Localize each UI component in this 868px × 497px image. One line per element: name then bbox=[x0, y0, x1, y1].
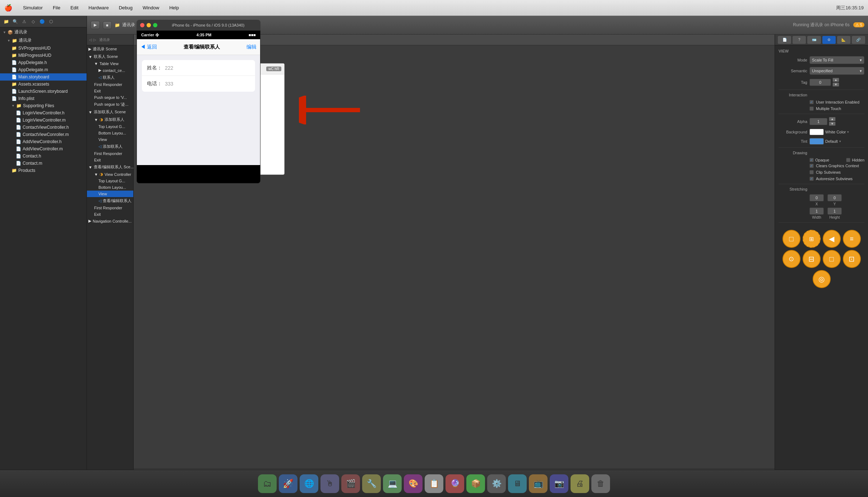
dock-keynote-icon[interactable]: 🔮 bbox=[445, 474, 464, 493]
inspector-tab-identity[interactable]: 🪪 bbox=[807, 36, 821, 44]
nav-contact-m[interactable]: 📄 Contact.m bbox=[0, 160, 87, 167]
tag-decrement-btn[interactable]: ▼ bbox=[832, 82, 839, 87]
alpha-decrement-btn[interactable]: ▼ bbox=[829, 122, 836, 126]
outline-nav-controller[interactable]: ▶ Navigation Controlle... bbox=[87, 218, 133, 224]
outline-exit-3[interactable]: Exit bbox=[87, 211, 133, 218]
warning-icon[interactable]: ⚠ bbox=[20, 18, 28, 26]
insp-semantic-dropdown[interactable]: Unspecified ▾ bbox=[809, 67, 864, 75]
dock-sketch-icon[interactable]: 🎨 bbox=[404, 474, 423, 493]
outline-add-vc[interactable]: ▼◑ 添加联系人 bbox=[87, 116, 133, 123]
breakpoint-icon[interactable]: ⬡ bbox=[47, 18, 55, 26]
outline-view-edit-label[interactable]: ◁ 查看/编辑联系人 bbox=[87, 197, 133, 205]
outline-exit-1[interactable]: Exit bbox=[87, 88, 133, 94]
outline-first-responder-2[interactable]: First Responder bbox=[87, 150, 133, 157]
stop-button[interactable]: ■ bbox=[103, 21, 112, 29]
insp-tag-input[interactable] bbox=[809, 79, 831, 86]
outline-lianxiren-label[interactable]: ◁ 联系人 bbox=[87, 74, 133, 81]
insp-tag-stepper[interactable]: ▲ ▼ bbox=[809, 78, 839, 87]
sim-close-button[interactable] bbox=[140, 23, 144, 27]
insp-semantic-control[interactable]: Unspecified ▾ bbox=[809, 67, 864, 75]
tint-color-swatch[interactable] bbox=[809, 138, 824, 145]
inspector-tab-attributes[interactable]: ⚙ bbox=[822, 36, 836, 44]
dock-mouse-icon[interactable]: 🖱 bbox=[320, 474, 339, 493]
sim-minimize-button[interactable] bbox=[147, 23, 151, 27]
menu-simulator[interactable]: Simulator bbox=[21, 4, 45, 11]
outline-bottom-layout[interactable]: Bottom Layou... bbox=[87, 184, 133, 191]
lib-icon-4[interactable]: ≡ bbox=[843, 230, 861, 248]
outline-first-responder-3[interactable]: First Responder bbox=[87, 205, 133, 211]
dock-tools-icon[interactable]: 🔧 bbox=[362, 474, 381, 493]
lib-icon-6[interactable]: ⊟ bbox=[803, 250, 821, 268]
test-icon[interactable]: ◇ bbox=[29, 18, 37, 26]
nav-folder-root[interactable]: ▼ 📁 通讯录 bbox=[0, 36, 87, 45]
outline-lianxiren-scene[interactable]: ▼ 联系人 Scene bbox=[87, 53, 133, 60]
dock-movie-icon[interactable]: 🎬 bbox=[341, 474, 360, 493]
dock-printer-icon[interactable]: 🖨 bbox=[571, 474, 589, 493]
menu-edit[interactable]: Edit bbox=[68, 4, 80, 11]
background-color-swatch[interactable] bbox=[809, 129, 824, 135]
inspector-tab-connections[interactable]: 🔗 bbox=[852, 36, 865, 44]
nav-contactvc-m[interactable]: 📄 ContactViewConroller.m bbox=[0, 131, 87, 138]
alpha-increment-btn[interactable]: ▲ bbox=[829, 117, 836, 121]
outline-top-layout[interactable]: Top Layout G... bbox=[87, 178, 133, 184]
lib-icon-8[interactable]: ⊡ bbox=[843, 250, 861, 268]
nav-addvc-h[interactable]: 📄 AddViewController.h bbox=[0, 138, 87, 145]
outline-first-responder-1[interactable]: First Responder bbox=[87, 81, 133, 88]
menu-file[interactable]: File bbox=[51, 4, 63, 11]
dock-safari-icon[interactable]: 🌐 bbox=[300, 474, 318, 493]
insp-hidden-checkbox[interactable] bbox=[846, 158, 850, 162]
find-icon[interactable]: 🔍 bbox=[11, 18, 19, 26]
inspector-tab-size[interactable]: 📐 bbox=[837, 36, 850, 44]
dock-trash-icon[interactable]: 🗑 bbox=[591, 474, 610, 493]
lib-icon-9[interactable]: ◎ bbox=[813, 270, 831, 288]
menu-window[interactable]: Window bbox=[140, 4, 161, 11]
nav-loginvc-m[interactable]: 📄 LoginViewController.m bbox=[0, 117, 87, 124]
outline-segue-1[interactable]: Push segue to 'V... bbox=[87, 94, 133, 101]
insp-multi-touch-checkbox[interactable] bbox=[809, 106, 814, 111]
lib-icon-3[interactable]: ◀ bbox=[823, 230, 841, 248]
outline-view[interactable]: View bbox=[87, 191, 133, 197]
outline-add-top-layout[interactable]: Top Layout G... bbox=[87, 123, 133, 130]
menu-debug[interactable]: Debug bbox=[117, 4, 135, 11]
dock-terminal-icon[interactable]: 💻 bbox=[383, 474, 402, 493]
insp-mode-dropdown[interactable]: Scale To Fill ▾ bbox=[809, 56, 864, 64]
inspector-tab-file[interactable]: 📄 bbox=[778, 36, 791, 44]
outline-add-scene[interactable]: ▼ 添加联系人 Scene bbox=[87, 108, 133, 116]
lib-icon-2[interactable]: ⊞ bbox=[803, 230, 821, 248]
insp-clip-checkbox[interactable] bbox=[809, 170, 814, 174]
tag-increment-btn[interactable]: ▲ bbox=[832, 78, 839, 82]
lib-icon-7[interactable]: □ bbox=[823, 250, 841, 268]
nav-products[interactable]: 📁 Products bbox=[0, 167, 87, 174]
nav-appdelegate-h[interactable]: 📄 AppDelegate.h bbox=[0, 59, 87, 66]
nav-infoplist[interactable]: 📄 Info.plist bbox=[0, 95, 87, 102]
nav-project-root[interactable]: ▼ 📦 通讯录 bbox=[0, 28, 87, 36]
dock-archive-icon[interactable]: 📦 bbox=[466, 474, 485, 493]
outline-view-controller[interactable]: ▼◑ View Controller bbox=[87, 171, 133, 178]
outline-add-label[interactable]: ◁ 添加联系人 bbox=[87, 143, 133, 150]
run-button[interactable]: ▶ bbox=[91, 21, 100, 29]
outline-exit-2[interactable]: Exit bbox=[87, 157, 133, 163]
dock-photos-icon[interactable]: 📷 bbox=[550, 474, 568, 493]
insp-alpha-stepper[interactable]: ▲ ▼ bbox=[809, 117, 836, 126]
nav-supporting-files[interactable]: ▼ 📁 Supporting Files bbox=[0, 102, 87, 109]
insp-stretch-y-input[interactable] bbox=[827, 194, 842, 201]
menu-help[interactable]: Help bbox=[167, 4, 181, 11]
debug-icon[interactable]: 🔵 bbox=[38, 18, 46, 26]
outline-view-edit-scene[interactable]: ▼ 查看/编辑联系人 Sce... bbox=[87, 163, 133, 171]
outline-add-view[interactable]: View bbox=[87, 136, 133, 143]
inspector-tab-quickhelp[interactable]: ? bbox=[793, 36, 806, 44]
lib-icon-1[interactable]: □ bbox=[782, 230, 800, 248]
nav-main-storyboard[interactable]: 📄 Main.storyboard bbox=[0, 73, 87, 81]
nav-contactvc-h[interactable]: 📄 ContactViewController.h bbox=[0, 124, 87, 131]
insp-autosize-checkbox[interactable] bbox=[809, 177, 814, 181]
nav-appdelegate-m[interactable]: 📄 AppDelegate.m bbox=[0, 66, 87, 73]
insp-stretch-w-input[interactable] bbox=[809, 208, 824, 215]
insp-user-interaction-checkbox[interactable] bbox=[809, 100, 814, 104]
insp-mode-control[interactable]: Scale To Fill ▾ bbox=[809, 56, 864, 64]
dock-finder-icon[interactable]: 🗂 bbox=[258, 474, 277, 493]
nav-contact-h[interactable]: 📄 Contact.h bbox=[0, 152, 87, 160]
outline-add-bottom-layout[interactable]: Bottom Layou... bbox=[87, 130, 133, 136]
outline-table-view[interactable]: ▼ Table View bbox=[87, 60, 133, 67]
lib-icon-5[interactable]: ⊙ bbox=[782, 250, 800, 268]
apple-menu[interactable]: 🍎 bbox=[4, 4, 12, 12]
